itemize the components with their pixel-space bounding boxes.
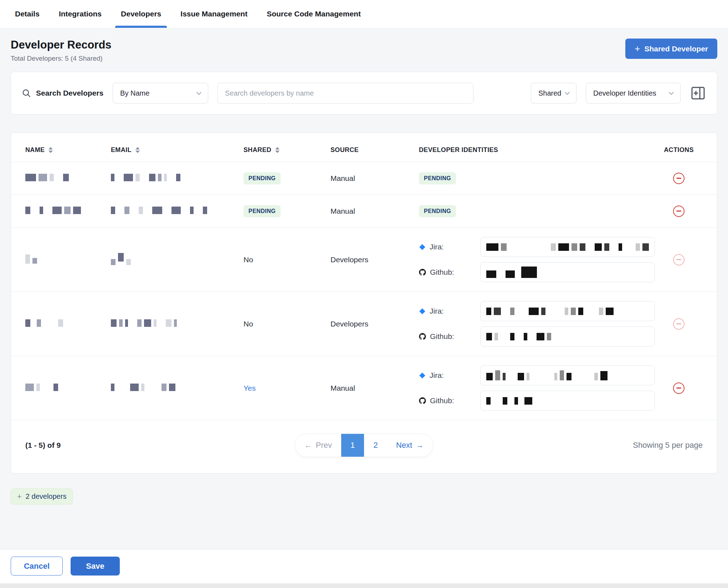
github-icon (419, 397, 426, 404)
add-column-panel-button[interactable] (690, 85, 706, 101)
shared-filter-dropdown[interactable]: Shared (531, 83, 576, 103)
search-icon (22, 88, 31, 98)
jira-label: Jira: (430, 307, 444, 315)
main-content: Developer Records Total Developers: 5 (4… (0, 28, 728, 549)
footer-buttons: Cancel Save (11, 557, 717, 583)
remove-developer-button[interactable] (673, 254, 685, 265)
developer-email-redacted (111, 253, 243, 267)
github-identity-row: Github: (419, 326, 655, 346)
sort-icon[interactable] (48, 147, 53, 153)
next-page-button[interactable]: Next (387, 434, 433, 457)
shared-status-badge: PENDING (243, 172, 281, 184)
page-1-button[interactable]: 1 (341, 434, 364, 457)
cancel-button[interactable]: Cancel (11, 557, 63, 576)
github-label: Github: (430, 268, 454, 277)
tab-issue-management[interactable]: Issue Management (180, 0, 247, 28)
developer-name-redacted (25, 319, 111, 328)
shared-value: No (243, 320, 330, 328)
developer-email-redacted (111, 319, 243, 328)
github-identity-row: Github: (419, 262, 655, 282)
chevron-down-icon (565, 90, 570, 95)
source-value: Manual (330, 207, 419, 216)
jira-label: Jira: (430, 243, 444, 251)
chevron-down-icon (669, 90, 674, 95)
jira-identity-value[interactable] (480, 365, 655, 385)
add-developers-chip[interactable]: 2 developers (11, 488, 73, 505)
save-button[interactable]: Save (71, 557, 120, 576)
arrow-right-icon (416, 441, 424, 450)
tab-integrations[interactable]: Integrations (59, 0, 102, 28)
github-label: Github: (430, 396, 454, 405)
column-header-email[interactable]: EMAIL (111, 146, 243, 154)
table-row: Yes Manual Jira: (11, 356, 717, 420)
developer-name-redacted (25, 254, 111, 265)
column-header-source: SOURCE (330, 146, 419, 154)
chevron-down-icon (196, 90, 201, 95)
developer-identities-filter-value: Developer Identities (593, 89, 656, 97)
sort-icon[interactable] (275, 147, 280, 153)
developer-identities-filter-dropdown[interactable]: Developer Identities (586, 83, 681, 103)
shared-status-badge: PENDING (243, 205, 281, 217)
total-developers-count: Total Developers: 5 (4 Shared) (11, 55, 112, 62)
developers-table: NAME EMAIL SHARED SOURCE DEVELOPER IDENT… (11, 132, 717, 473)
page-header: Developer Records Total Developers: 5 (4… (11, 39, 717, 62)
column-header-name[interactable]: NAME (25, 146, 111, 154)
page-header-text: Developer Records Total Developers: 5 (4… (11, 39, 112, 62)
pagination-range: (1 - 5) of 9 (25, 441, 295, 450)
search-filter-panel: Search Developers By Name Shared Develop… (11, 72, 717, 115)
tab-details[interactable]: Details (15, 0, 40, 28)
remove-developer-button[interactable] (673, 173, 685, 184)
per-page-label: Showing 5 per page (433, 441, 703, 450)
developer-identities: Jira: Github: (419, 237, 655, 282)
table-row: No Developers Jira: (11, 227, 717, 292)
jira-identity-row: Jira: (419, 301, 655, 321)
jira-icon (419, 372, 426, 379)
source-value: Developers (330, 255, 419, 264)
source-value: Manual (330, 174, 419, 183)
tab-bar: Details Integrations Developers Issue Ma… (0, 0, 728, 28)
tab-source-code-management[interactable]: Source Code Management (267, 0, 361, 28)
github-identity-value[interactable] (480, 326, 655, 346)
prev-page-button[interactable]: Prev (295, 434, 341, 457)
search-by-value: By Name (120, 89, 149, 97)
github-identity-value[interactable] (480, 262, 655, 282)
jira-label: Jira: (430, 371, 444, 380)
column-header-shared[interactable]: SHARED (243, 146, 330, 154)
developer-email-redacted (111, 207, 243, 216)
jira-icon (419, 244, 426, 250)
jira-identity-value[interactable] (480, 301, 655, 321)
panel-plus-icon (691, 87, 705, 100)
developers-chip-label: 2 developers (26, 492, 67, 501)
remove-developer-button[interactable] (673, 206, 685, 217)
shared-value: No (243, 255, 330, 264)
source-value: Developers (330, 320, 419, 328)
search-input[interactable] (217, 83, 473, 103)
sort-icon[interactable] (135, 147, 140, 153)
jira-identity-row: Jira: (419, 365, 655, 385)
developer-name-redacted (25, 384, 111, 392)
page: Details Integrations Developers Issue Ma… (0, 0, 728, 588)
github-identity-value[interactable] (480, 391, 655, 411)
search-label-group: Search Developers (22, 88, 103, 98)
jira-identity-value[interactable] (480, 237, 655, 257)
remove-developer-button[interactable] (673, 318, 685, 330)
add-shared-developer-button[interactable]: Shared Developer (625, 39, 717, 59)
search-developers-label: Search Developers (36, 89, 103, 97)
developer-name-redacted (25, 207, 111, 216)
github-label: Github: (430, 332, 454, 341)
remove-developer-button[interactable] (673, 382, 685, 394)
pager: Prev 1 2 Next (295, 434, 433, 457)
github-icon (419, 333, 426, 340)
plus-icon (17, 493, 22, 501)
page-2-button[interactable]: 2 (364, 434, 387, 457)
developer-identities: Jira: Github: (419, 301, 655, 346)
add-shared-developer-label: Shared Developer (644, 45, 708, 53)
column-header-actions: ACTIONS (664, 146, 694, 154)
page-title: Developer Records (11, 39, 112, 51)
github-icon (419, 269, 426, 276)
tab-developers[interactable]: Developers (121, 0, 161, 28)
developer-name-redacted (25, 174, 111, 183)
jira-identity-row: Jira: (419, 237, 655, 257)
search-by-dropdown[interactable]: By Name (113, 83, 208, 103)
shared-value-link[interactable]: Yes (243, 384, 330, 392)
